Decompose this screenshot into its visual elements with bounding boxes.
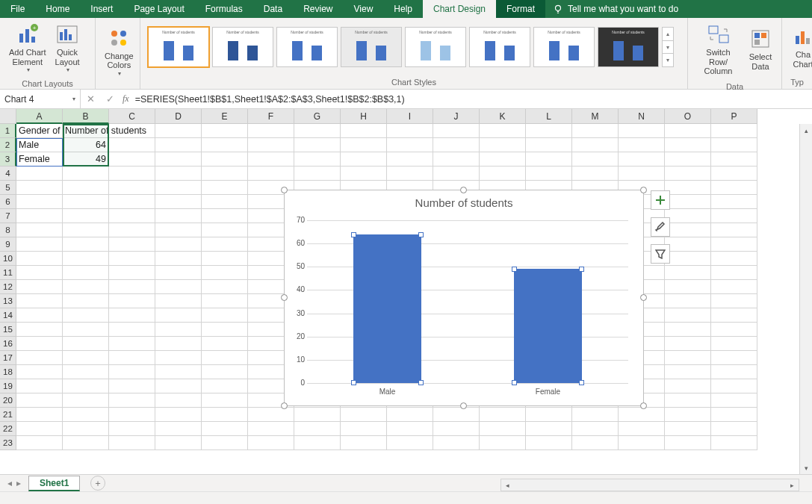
cell[interactable] <box>155 408 202 422</box>
cell[interactable] <box>433 152 480 167</box>
chart-style-1[interactable]: Number of students <box>148 27 209 67</box>
column-header[interactable]: B <box>63 109 109 124</box>
series-handle[interactable] <box>512 267 517 272</box>
series-handle[interactable] <box>579 380 584 385</box>
cell[interactable] <box>202 294 248 308</box>
cell[interactable] <box>202 436 248 450</box>
name-box[interactable]: Chart 4 ▾ <box>0 90 81 108</box>
row-header[interactable]: 5 <box>0 181 16 195</box>
chart-style-5[interactable]: Number of students <box>405 27 466 67</box>
cell[interactable] <box>711 323 757 337</box>
cell[interactable] <box>433 408 480 422</box>
cell[interactable] <box>387 152 433 167</box>
cell[interactable] <box>711 379 757 393</box>
cell[interactable] <box>572 436 619 450</box>
cell[interactable] <box>248 408 294 422</box>
cell[interactable] <box>711 152 757 167</box>
cell[interactable] <box>109 351 155 365</box>
cell[interactable] <box>480 124 526 138</box>
cell[interactable] <box>155 323 202 337</box>
cell[interactable] <box>433 422 480 436</box>
chart-style-8[interactable]: Number of students <box>598 27 659 67</box>
cell[interactable] <box>202 223 248 237</box>
series-handle[interactable] <box>351 232 356 237</box>
cell[interactable] <box>202 422 248 436</box>
cell[interactable] <box>711 124 757 138</box>
cell[interactable] <box>526 408 572 422</box>
cell[interactable] <box>294 152 341 167</box>
cell[interactable] <box>63 294 109 308</box>
cell[interactable] <box>202 237 248 252</box>
cell[interactable] <box>294 408 341 422</box>
sheet-nav-prev[interactable]: ◂ <box>7 478 12 488</box>
tab-chart-design[interactable]: Chart Design <box>423 0 496 18</box>
cell[interactable]: 49 <box>63 152 109 167</box>
row-header[interactable]: 16 <box>0 337 16 351</box>
cell[interactable] <box>572 422 619 436</box>
cell[interactable] <box>665 237 711 252</box>
chart-style-4[interactable]: Number of students <box>341 27 402 67</box>
column-header[interactable]: J <box>433 109 480 124</box>
row-header[interactable]: 8 <box>0 223 16 237</box>
row-header[interactable]: 15 <box>0 323 16 337</box>
chart-styles-expand[interactable]: ▴▾▾ <box>662 27 674 67</box>
series-handle[interactable] <box>512 380 517 385</box>
cell[interactable] <box>63 379 109 393</box>
formula-bar[interactable]: =SERIES(Sheet1!$B$1,Sheet1!$A$2:$A$3,She… <box>132 94 812 105</box>
change-colors-button[interactable]: Change Colors▾ <box>100 25 138 78</box>
cell[interactable] <box>63 167 109 181</box>
tab-home[interactable]: Home <box>35 0 80 18</box>
chart-style-2[interactable]: Number of students <box>212 27 273 67</box>
cell[interactable] <box>109 308 155 323</box>
cell[interactable] <box>202 124 248 138</box>
cell[interactable] <box>109 195 155 209</box>
cell[interactable] <box>16 408 63 422</box>
tell-me-search[interactable]: Tell me what you want to do <box>545 0 686 18</box>
cell[interactable] <box>619 152 665 167</box>
cell[interactable] <box>572 138 619 152</box>
cell[interactable] <box>202 308 248 323</box>
cell[interactable] <box>109 167 155 181</box>
cell[interactable] <box>711 408 757 422</box>
cell[interactable] <box>109 337 155 351</box>
resize-handle[interactable] <box>460 187 467 193</box>
cell[interactable] <box>155 237 202 252</box>
cell[interactable] <box>109 294 155 308</box>
cell[interactable] <box>155 266 202 280</box>
cell[interactable] <box>63 266 109 280</box>
chart-styles-button[interactable] <box>651 217 670 237</box>
row-header[interactable]: 12 <box>0 280 16 294</box>
cell[interactable] <box>16 167 63 181</box>
resize-handle[interactable] <box>281 294 288 301</box>
row-header[interactable]: 21 <box>0 408 16 422</box>
row-header[interactable]: 23 <box>0 436 16 450</box>
cell[interactable] <box>202 252 248 266</box>
cell[interactable]: Male <box>16 138 63 152</box>
cell[interactable] <box>16 195 63 209</box>
tab-format[interactable]: Format <box>496 0 545 18</box>
cell[interactable] <box>711 436 757 450</box>
cell[interactable] <box>619 408 665 422</box>
cell[interactable] <box>387 436 433 450</box>
column-header[interactable]: A <box>16 109 63 124</box>
cell[interactable] <box>202 323 248 337</box>
cell[interactable] <box>202 181 248 195</box>
column-header[interactable]: G <box>294 109 341 124</box>
cell[interactable] <box>480 408 526 422</box>
cell[interactable]: Number of students <box>63 124 109 138</box>
cell[interactable] <box>202 167 248 181</box>
cell[interactable] <box>526 152 572 167</box>
cell[interactable] <box>619 422 665 436</box>
tab-data[interactable]: Data <box>253 0 293 18</box>
cell[interactable] <box>711 337 757 351</box>
cell[interactable] <box>665 181 711 195</box>
cell[interactable] <box>202 209 248 223</box>
row-header[interactable]: 13 <box>0 294 16 308</box>
cell[interactable] <box>572 408 619 422</box>
chart-bar[interactable] <box>353 234 421 383</box>
cell[interactable] <box>155 365 202 379</box>
cell[interactable] <box>480 138 526 152</box>
cell[interactable] <box>248 124 294 138</box>
column-header[interactable]: H <box>341 109 387 124</box>
cell[interactable] <box>480 152 526 167</box>
